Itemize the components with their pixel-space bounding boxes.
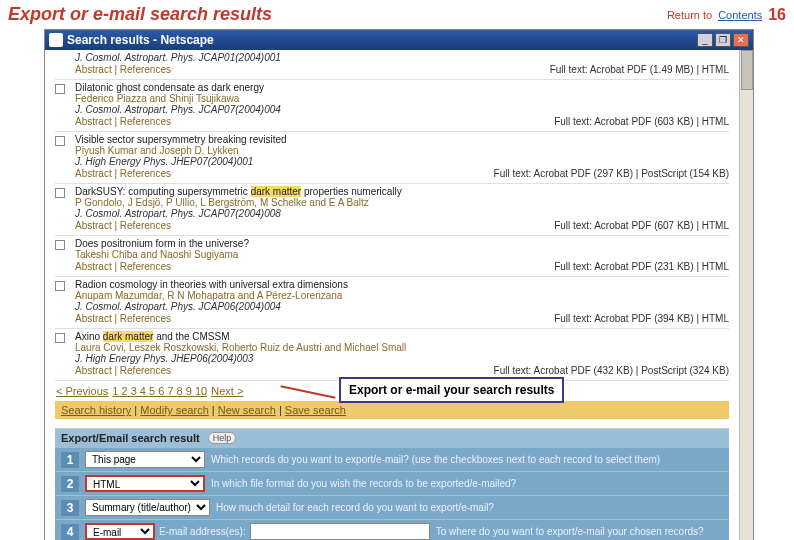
result-links[interactable]: Abstract | References: [75, 313, 171, 324]
pager-next[interactable]: Next >: [211, 385, 243, 397]
result-row: DarkSUSY: computing supersymmetric dark …: [55, 184, 729, 236]
result-checkbox[interactable]: [55, 136, 65, 146]
fulltext-links[interactable]: Full text: Acrobat PDF (394 KB) | HTML: [554, 313, 729, 324]
email-label: E-mail address(es):: [159, 526, 246, 537]
vertical-scrollbar[interactable]: [739, 50, 753, 540]
result-journal: J. Cosmol. Astropart. Phys. JCAP01(2004)…: [75, 52, 729, 63]
close-button[interactable]: ✕: [733, 33, 749, 47]
result-links[interactable]: Abstract | References: [75, 261, 171, 272]
scroll-thumb[interactable]: [741, 50, 753, 90]
result-checkbox[interactable]: [55, 84, 65, 94]
result-links[interactable]: Abstract | References: [75, 64, 171, 75]
content-area: J. Cosmol. Astropart. Phys. JCAP01(2004)…: [45, 50, 739, 540]
fulltext-links[interactable]: Full text: Acrobat PDF (1.49 MB) | HTML: [550, 64, 729, 75]
step-text: How much detail for each record do you w…: [216, 502, 494, 513]
result-title: DarkSUSY: computing supersymmetric dark …: [75, 186, 729, 197]
save-search-link[interactable]: Save search: [285, 404, 346, 416]
page-number: 16: [768, 6, 786, 24]
export-step-3: 3 Summary (title/author) How much detail…: [55, 495, 729, 519]
result-authors[interactable]: Piyush Kumar and Joseph D. Lykken: [75, 145, 729, 156]
export-header: Export/Email search result: [61, 432, 200, 444]
destination-select[interactable]: E-mail: [85, 523, 155, 540]
title-pre: DarkSUSY: computing supersymmetric: [75, 186, 251, 197]
window-title: Search results - Netscape: [67, 33, 214, 47]
result-checkbox[interactable]: [55, 188, 65, 198]
result-title: Radion cosmology in theories with univer…: [75, 279, 729, 290]
result-journal: J. Cosmol. Astropart. Phys. JCAP07(2004)…: [75, 208, 729, 219]
slide-title: Export or e-mail search results: [8, 4, 272, 25]
result-authors[interactable]: P Gondolo, J Edsjö, P Ullio, L Bergström…: [75, 197, 729, 208]
callout-label: Export or e-mail your search results: [339, 377, 564, 403]
result-journal: J. Cosmol. Astropart. Phys. JCAP07(2004)…: [75, 104, 729, 115]
result-journal: J. High Energy Phys. JHEP07(2004)001: [75, 156, 729, 167]
result-title: Dilatonic ghost condensate as dark energ…: [75, 82, 729, 93]
netscape-icon: [49, 33, 63, 47]
detail-select[interactable]: Summary (title/author): [85, 499, 210, 516]
maximize-button[interactable]: ❐: [715, 33, 731, 47]
result-links[interactable]: Abstract | References: [75, 365, 171, 376]
result-links[interactable]: Abstract | References: [75, 116, 171, 127]
highlight: dark matter: [103, 331, 154, 342]
search-history-link[interactable]: Search history: [61, 404, 131, 416]
new-search-link[interactable]: New search: [218, 404, 276, 416]
result-links[interactable]: Abstract | References: [75, 220, 171, 231]
step-text: In which file format do you wish the rec…: [211, 478, 516, 489]
result-links[interactable]: Abstract | References: [75, 168, 171, 179]
result-row: Visible sector supersymmetry breaking re…: [55, 132, 729, 184]
result-row: J. Cosmol. Astropart. Phys. JCAP01(2004)…: [55, 50, 729, 80]
export-step-2: 2 HTML In which file format do you wish …: [55, 471, 729, 495]
step-text: Which records do you want to export/e-ma…: [211, 454, 660, 465]
step-number: 1: [61, 452, 79, 468]
title-post: properties numerically: [301, 186, 402, 197]
result-row: Does positronium form in the universe? T…: [55, 236, 729, 277]
fulltext-links[interactable]: Full text: Acrobat PDF (607 KB) | HTML: [554, 220, 729, 231]
step-number: 3: [61, 500, 79, 516]
title-post: and the CMSSM: [153, 331, 229, 342]
browser-window: Search results - Netscape _ ❐ ✕ J. Cosmo…: [44, 29, 754, 540]
pager-prev[interactable]: < Previous: [56, 385, 108, 397]
title-pre: Axino: [75, 331, 103, 342]
result-title: Visible sector supersymmetry breaking re…: [75, 134, 729, 145]
result-journal: J. Cosmol. Astropart. Phys. JCAP06(2004)…: [75, 301, 729, 312]
step-text: To where do you want to export/e-mail yo…: [436, 526, 704, 537]
modify-search-link[interactable]: Modify search: [140, 404, 208, 416]
email-input[interactable]: [250, 523, 430, 540]
titlebar: Search results - Netscape _ ❐ ✕: [45, 30, 753, 50]
fulltext-links[interactable]: Full text: Acrobat PDF (432 KB) | PostSc…: [494, 365, 729, 376]
callout-arrow: [280, 385, 335, 399]
result-row: Radion cosmology in theories with univer…: [55, 277, 729, 329]
format-select[interactable]: HTML: [85, 475, 205, 492]
pager-pages[interactable]: 1 2 3 4 5 6 7 8 9 10: [112, 385, 207, 397]
return-label: Return to: [667, 9, 712, 21]
help-button[interactable]: Help: [208, 432, 237, 444]
minimize-button[interactable]: _: [697, 33, 713, 47]
export-panel: Export/Email search result Help 1 This p…: [55, 429, 729, 540]
export-step-1: 1 This page Which records do you want to…: [55, 447, 729, 471]
result-authors[interactable]: Laura Covi, Leszek Roszkowski, Roberto R…: [75, 342, 729, 353]
result-title: Axino dark matter and the CMSSM: [75, 331, 729, 342]
result-checkbox[interactable]: [55, 333, 65, 343]
records-select[interactable]: This page: [85, 451, 205, 468]
result-authors[interactable]: Takeshi Chiba and Naoshi Sugiyama: [75, 249, 729, 260]
result-row: Dilatonic ghost condensate as dark energ…: [55, 80, 729, 132]
result-authors[interactable]: Federico Piazza and Shinji Tsujikawa: [75, 93, 729, 104]
highlight: dark matter: [251, 186, 302, 197]
fulltext-links[interactable]: Full text: Acrobat PDF (603 KB) | HTML: [554, 116, 729, 127]
result-authors[interactable]: Anupam Mazumdar, R N Mohapatra and A Pér…: [75, 290, 729, 301]
result-title: Does positronium form in the universe?: [75, 238, 729, 249]
fulltext-links[interactable]: Full text: Acrobat PDF (231 KB) | HTML: [554, 261, 729, 272]
result-checkbox[interactable]: [55, 281, 65, 291]
pager: < Previous 1 2 3 4 5 6 7 8 9 10 Next > E…: [55, 381, 729, 401]
step-number: 2: [61, 476, 79, 492]
result-checkbox[interactable]: [55, 240, 65, 250]
result-row: Axino dark matter and the CMSSM Laura Co…: [55, 329, 729, 381]
step-number: 4: [61, 524, 79, 540]
search-actions-bar: Search history | Modify search | New sea…: [55, 401, 729, 419]
contents-link[interactable]: Contents: [718, 9, 762, 21]
export-step-4: 4 E-mail E-mail address(es): To where do…: [55, 519, 729, 540]
fulltext-links[interactable]: Full text: Acrobat PDF (297 KB) | PostSc…: [494, 168, 729, 179]
result-journal: J. High Energy Phys. JHEP06(2004)003: [75, 353, 729, 364]
